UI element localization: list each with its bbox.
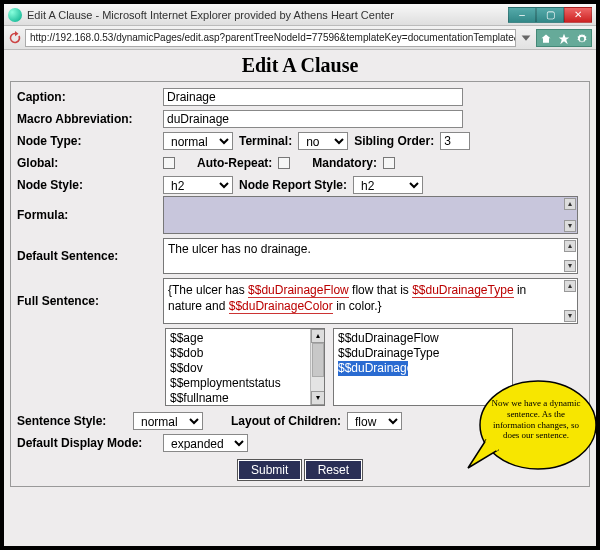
siblingorder-label: Sibling Order: [354,134,434,148]
macro-label: Macro Abbreviation: [17,112,157,126]
nodereportstyle-select[interactable]: h2 [353,176,423,194]
toolbar-right [536,29,592,47]
browser-window: Edit A Clause - Microsoft Internet Explo… [2,2,598,548]
scroll-down-icon[interactable]: ▾ [311,391,325,405]
titlebar: Edit A Clause - Microsoft Internet Explo… [4,4,596,26]
caption-input[interactable] [163,88,463,106]
global-checkbox[interactable] [163,157,175,169]
formula-label: Formula: [17,208,157,222]
fullsentence-label: Full Sentence: [17,294,157,308]
scroll-down-icon[interactable]: ▾ [564,220,576,232]
nodereportstyle-label: Node Report Style: [239,178,347,192]
autorepeat-label: Auto-Repeat: [197,156,272,170]
nodestyle-label: Node Style: [17,178,157,192]
scroll-thumb[interactable] [312,343,324,377]
page-content: Edit A Clause Caption: Macro Abbreviatio… [4,50,596,546]
defaultdisplay-select[interactable]: expanded [163,434,248,452]
scrollbar[interactable]: ▴ ▾ [310,329,324,405]
list-item[interactable]: $$duDrainageColor [338,361,408,376]
caption-label: Caption: [17,90,157,104]
scroll-up-icon[interactable]: ▴ [564,280,576,292]
scroll-up-icon[interactable]: ▴ [564,240,576,252]
window-controls: – ▢ ✕ [508,7,592,23]
address-bar: http://192.168.0.53/dynamicPages/edit.as… [4,26,596,50]
settings-icon[interactable] [573,30,591,48]
sentencestyle-select[interactable]: normal [133,412,203,430]
scroll-down-icon[interactable]: ▾ [564,260,576,272]
nodetype-select[interactable]: normal [163,132,233,150]
maximize-button[interactable]: ▢ [536,7,564,23]
app-icon [8,8,22,22]
submit-button[interactable]: Submit [238,460,301,480]
list-item[interactable]: $$dob [170,346,320,361]
home-icon[interactable] [537,30,555,48]
scroll-up-icon[interactable]: ▴ [564,198,576,210]
fullsentence-textarea[interactable]: {The ulcer has $$duDrainageFlow flow tha… [163,278,578,324]
defaultdisplay-label: Default Display Mode: [17,436,157,450]
annotation-text: Now we have a dynamic sentence. As the i… [490,398,582,441]
scroll-down-icon[interactable]: ▾ [564,310,576,322]
mandatory-label: Mandatory: [312,156,377,170]
defaultsentence-label: Default Sentence: [17,249,157,263]
reload-icon[interactable] [8,31,22,45]
annotation-callout: Now we have a dynamic sentence. As the i… [466,370,596,480]
close-button[interactable]: ✕ [564,7,592,23]
mandatory-checkbox[interactable] [383,157,395,169]
autorepeat-checkbox[interactable] [278,157,290,169]
sentencestyle-label: Sentence Style: [17,414,127,428]
terminal-select[interactable]: no [298,132,348,150]
reset-button[interactable]: Reset [305,460,362,480]
left-variable-list[interactable]: $$age$$dob$$dov$$employmentstatus$$fulln… [165,328,325,406]
page-title: Edit A Clause [10,54,590,77]
formula-textarea[interactable]: ▴ ▾ [163,196,578,234]
global-label: Global: [17,156,157,170]
list-item[interactable]: $$duDrainageType [338,346,508,361]
layoutchildren-select[interactable]: flow [347,412,402,430]
nodestyle-select[interactable]: h2 [163,176,233,194]
dropdown-icon[interactable] [519,31,533,45]
list-item[interactable]: $$dov [170,361,320,376]
list-item[interactable]: $$duDrainageFlow [338,331,508,346]
terminal-label: Terminal: [239,134,292,148]
list-item[interactable]: $$age [170,331,320,346]
url-field[interactable]: http://192.168.0.53/dynamicPages/edit.as… [25,29,516,47]
list-item[interactable]: $$fullname [170,391,320,406]
window-title: Edit A Clause - Microsoft Internet Explo… [27,9,508,21]
defaultsentence-text: The ulcer has no drainage. [168,242,311,256]
siblingorder-input[interactable] [440,132,470,150]
favorite-icon[interactable] [555,30,573,48]
defaultsentence-textarea[interactable]: The ulcer has no drainage. ▴ ▾ [163,238,578,274]
nodetype-label: Node Type: [17,134,157,148]
minimize-button[interactable]: – [508,7,536,23]
scroll-up-icon[interactable]: ▴ [311,329,325,343]
layoutchildren-label: Layout of Children: [231,414,341,428]
list-item[interactable]: $$employmentstatus [170,376,320,391]
macro-input[interactable] [163,110,463,128]
